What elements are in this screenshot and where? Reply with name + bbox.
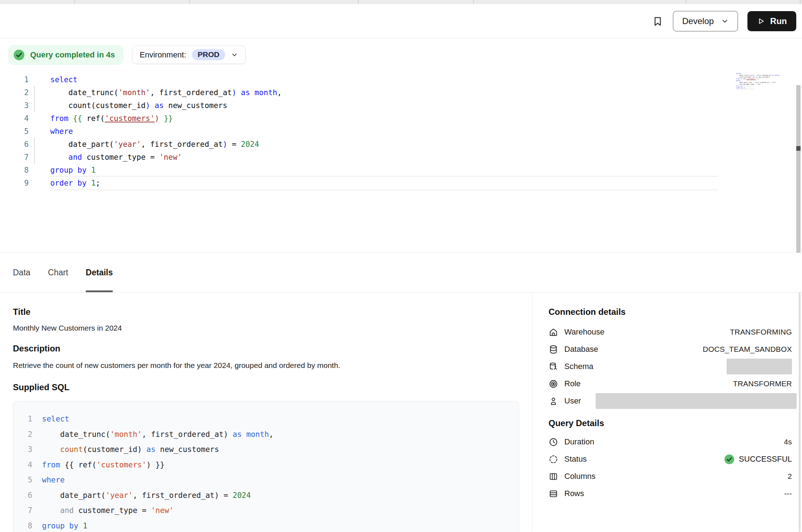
editor-minimap[interactable]: select date_trunc('month', first_ordered… xyxy=(714,73,754,89)
status-success-badge: SUCCESSFUL xyxy=(724,454,792,465)
line-number: 5 xyxy=(0,125,29,138)
query-status-pill: Query completed in 4s xyxy=(8,45,123,65)
code-line: 2 date_trunc('month', first_ordered_at) … xyxy=(0,86,802,99)
user-icon xyxy=(549,396,558,406)
line-number: 6 xyxy=(0,138,29,151)
code-line: 1select xyxy=(13,411,519,427)
title-value: Monthly New Customers in 2024 xyxy=(13,323,519,333)
line-number: 5 xyxy=(13,472,32,488)
dbt-cloud-studio-page: { "header": { "develop_label": "Develop"… xyxy=(0,0,802,532)
title-heading: Title xyxy=(13,307,519,317)
connection-details-heading: Connection details xyxy=(549,307,792,317)
run-label: Run xyxy=(770,16,787,26)
detail-row-warehouse: WarehouseTRANSFORMING xyxy=(549,323,792,341)
indent-guide xyxy=(34,138,35,164)
detail-label: Role xyxy=(564,379,580,388)
sql-editor[interactable]: 1select2 date_trunc('month', first_order… xyxy=(0,71,802,253)
supplied-sql-code-block: 1select2 date_trunc('month', first_order… xyxy=(13,401,519,532)
tab-data[interactable]: Data xyxy=(13,253,31,292)
code-line: 5where xyxy=(0,125,802,138)
bookmark-button[interactable] xyxy=(652,15,663,27)
tab-divider xyxy=(358,0,359,4)
develop-dropdown-button[interactable]: Develop xyxy=(673,11,738,32)
code-line: 3 count(customer_id) as new_customers xyxy=(0,99,802,112)
detail-row-columns: Columns2 xyxy=(549,468,792,485)
columns-icon xyxy=(549,472,558,481)
code-line: 5where xyxy=(13,472,519,488)
code-line: 1select xyxy=(0,73,802,86)
bookmark-icon xyxy=(652,15,663,27)
tab-details[interactable]: Details xyxy=(86,253,113,292)
detail-value: --- xyxy=(784,489,792,498)
query-status-row: Query completed in 4s Environment: PROD xyxy=(0,38,802,71)
code-line: 7 and customer_type = 'new' xyxy=(13,503,519,518)
code-line: 6 date_part('year', first_ordered_at) = … xyxy=(13,488,519,503)
editor-toolbar: Develop Run xyxy=(0,4,802,38)
detail-label: Schema xyxy=(564,362,593,371)
browser-tab-strip xyxy=(0,0,802,4)
line-number: 3 xyxy=(13,442,32,457)
detail-label: Status xyxy=(564,454,587,464)
tab-chart[interactable]: Chart xyxy=(48,253,68,292)
detail-label: User xyxy=(564,396,581,406)
detail-row-schema: Schema xyxy=(549,358,792,375)
code-line: 6 date_part('year', first_ordered_at) = … xyxy=(0,138,802,151)
code-line: 7 and customer_type = 'new' xyxy=(0,151,802,164)
detail-value: 4s xyxy=(784,438,792,446)
line-number: 2 xyxy=(0,86,29,99)
editor-code-area[interactable]: 1select2 date_trunc('month', first_order… xyxy=(0,73,802,190)
redacted-value xyxy=(727,359,792,374)
redacted-value xyxy=(596,393,797,409)
rows-icon xyxy=(549,489,558,499)
line-number: 6 xyxy=(13,488,32,503)
code-line: 8group by 1 xyxy=(13,518,519,532)
duration-icon xyxy=(549,437,558,447)
environment-selector[interactable]: Environment: PROD xyxy=(132,46,246,64)
description-value: Retrieve the count of new customers per … xyxy=(13,361,519,370)
scrollbar-position-marker xyxy=(796,146,801,151)
panel-scrollbar-track[interactable] xyxy=(799,293,801,532)
database-icon xyxy=(549,345,558,354)
tab-divider xyxy=(74,0,75,4)
check-circle-icon xyxy=(724,454,735,465)
query-details-rows: Duration4sStatusSUCCESSFULColumns2Rows--… xyxy=(549,433,792,502)
environment-badge: PROD xyxy=(192,49,225,60)
supplied-sql-heading: Supplied SQL xyxy=(13,382,519,392)
detail-label: Warehouse xyxy=(564,327,605,337)
editor-scrollbar[interactable] xyxy=(796,85,801,253)
tab-divider xyxy=(800,0,801,4)
line-number: 9 xyxy=(0,177,29,190)
line-number: 1 xyxy=(13,411,32,427)
indent-guide xyxy=(34,86,35,112)
warehouse-icon xyxy=(549,327,558,337)
code-line: 9order by 1; xyxy=(0,177,802,190)
detail-row-status: StatusSUCCESSFUL xyxy=(549,451,792,468)
line-number: 2 xyxy=(13,427,32,442)
line-number: 1 xyxy=(0,73,29,86)
results-tab-bar: DataChartDetails xyxy=(0,253,802,293)
code-line: 2 date_trunc('month', first_ordered_at) … xyxy=(13,427,519,442)
detail-value: DOCS_TEAM_SANDBOX xyxy=(703,345,792,354)
line-number: 8 xyxy=(0,164,29,177)
tab-divider xyxy=(686,0,686,4)
line-number: 7 xyxy=(13,503,32,518)
detail-value: TRANSFORMER xyxy=(733,379,792,388)
status-icon xyxy=(549,454,558,464)
line-number: 7 xyxy=(0,151,29,164)
line-number: 4 xyxy=(13,457,32,473)
detail-row-role: RoleTRANSFORMER xyxy=(549,375,792,392)
detail-row-rows: Rows--- xyxy=(549,485,792,502)
line-number: 3 xyxy=(0,99,29,112)
code-line: 4from {{ ref('customers') }} xyxy=(13,457,519,473)
details-pane: Title Monthly New Customers in 2024 Desc… xyxy=(0,293,802,532)
code-line: 4from {{ ref('customers') }} xyxy=(0,112,802,125)
run-button[interactable]: Run xyxy=(747,11,796,31)
develop-label: Develop xyxy=(682,16,714,26)
detail-row-database: DatabaseDOCS_TEAM_SANDBOX xyxy=(549,341,792,358)
chevron-down-icon xyxy=(231,51,238,59)
play-icon xyxy=(757,17,765,25)
connection-details-rows: WarehouseTRANSFORMINGDatabaseDOCS_TEAM_S… xyxy=(549,323,792,410)
environment-label: Environment: xyxy=(140,50,186,60)
status-value: SUCCESSFUL xyxy=(739,454,792,464)
detail-row-user: User xyxy=(549,392,792,410)
